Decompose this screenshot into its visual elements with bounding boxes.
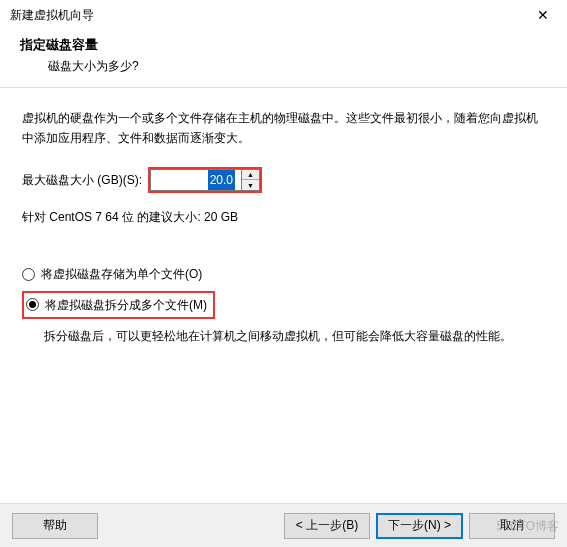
- disk-split-radio-group: 将虚拟磁盘存储为单个文件(O) 将虚拟磁盘拆分成多个文件(M) 拆分磁盘后，可以…: [22, 261, 545, 346]
- radio-single-file[interactable]: [22, 268, 35, 281]
- radio-split-file-label: 将虚拟磁盘拆分成多个文件(M): [45, 295, 207, 315]
- disk-size-row: 最大磁盘大小 (GB)(S): 20.0 ▲ ▼: [22, 167, 545, 193]
- cancel-button[interactable]: 取消: [469, 513, 555, 539]
- window-title: 新建虚拟机向导: [10, 7, 94, 24]
- wizard-header: 指定磁盘容量 磁盘大小为多少?: [0, 30, 567, 87]
- page-subtitle: 磁盘大小为多少?: [20, 54, 567, 75]
- disk-size-label: 最大磁盘大小 (GB)(S):: [22, 170, 142, 190]
- help-button[interactable]: 帮助: [12, 513, 98, 539]
- wizard-footer: 帮助 < 上一步(B) 下一步(N) > 取消: [0, 503, 567, 547]
- next-button[interactable]: 下一步(N) >: [376, 513, 463, 539]
- page-title: 指定磁盘容量: [20, 36, 567, 54]
- radio-single-file-row[interactable]: 将虚拟磁盘存储为单个文件(O): [22, 261, 545, 287]
- close-icon[interactable]: ✕: [529, 3, 557, 27]
- disk-size-input[interactable]: 20.0: [150, 169, 242, 191]
- radio-split-description: 拆分磁盘后，可以更轻松地在计算机之间移动虚拟机，但可能会降低大容量磁盘的性能。: [22, 322, 545, 346]
- radio-single-file-label: 将虚拟磁盘存储为单个文件(O): [41, 264, 202, 284]
- wizard-content: 虚拟机的硬盘作为一个或多个文件存储在主机的物理磁盘中。这些文件最初很小，随着您向…: [0, 88, 567, 366]
- disk-size-highlight: 20.0 ▲ ▼: [148, 167, 262, 193]
- disk-size-value: 20.0: [208, 170, 235, 190]
- spin-up-icon[interactable]: ▲: [242, 170, 259, 181]
- spinner-buttons: ▲ ▼: [242, 169, 260, 191]
- radio-split-file-row[interactable]: 将虚拟磁盘拆分成多个文件(M): [22, 288, 545, 322]
- intro-text: 虚拟机的硬盘作为一个或多个文件存储在主机的物理磁盘中。这些文件最初很小，随着您向…: [22, 108, 545, 149]
- radio-split-file[interactable]: [26, 298, 39, 311]
- titlebar: 新建虚拟机向导 ✕: [0, 0, 567, 30]
- spin-down-icon[interactable]: ▼: [242, 180, 259, 190]
- back-button[interactable]: < 上一步(B): [284, 513, 370, 539]
- radio-split-highlight: 将虚拟磁盘拆分成多个文件(M): [22, 291, 215, 319]
- recommended-size-text: 针对 CentOS 7 64 位 的建议大小: 20 GB: [22, 207, 545, 227]
